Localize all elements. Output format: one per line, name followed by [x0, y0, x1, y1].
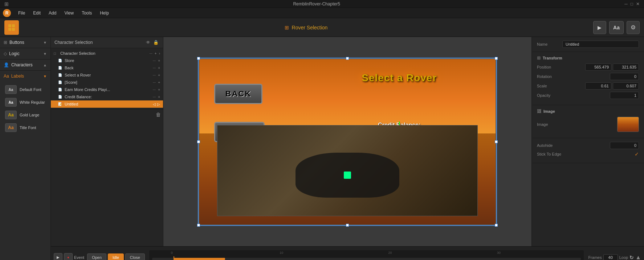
section-buttons-header[interactable]: ⊞ Buttons ▼ — [0, 37, 50, 48]
visibility-icon[interactable]: 👁 — [145, 39, 151, 46]
timeline-track-area[interactable]: 0 10 20 30 — [149, 250, 584, 260]
h-label-untitled: Untitled — [65, 102, 151, 106]
logic-icon: ◇ — [4, 51, 7, 56]
lock-icon[interactable]: 🔒 — [152, 39, 159, 46]
opacity-label: Opacity — [537, 93, 562, 98]
event-tab-open[interactable]: Open — [87, 253, 106, 260]
play-button[interactable]: ▶ — [593, 21, 606, 34]
stick-edge-row: Stick To Edge ✓ — [537, 151, 639, 157]
buttons-label: Buttons — [9, 40, 24, 45]
h-icon-rover: 📄 — [58, 73, 63, 77]
hierarchy-panel: Character Selection 👁 🔒 □ Character Sele… — [51, 37, 163, 246]
grid-layout-btn[interactable] — [4, 20, 19, 35]
maximize-btn[interactable]: □ — [631, 1, 633, 7]
menu-view[interactable]: View — [61, 10, 77, 16]
event-tab-close[interactable]: Close — [125, 253, 145, 260]
delete-item-btn[interactable]: 🗑 — [156, 112, 161, 117]
settings-btn[interactable]: ⚙ — [627, 21, 640, 34]
image-preview[interactable] — [617, 117, 639, 132]
h-label-rover: Select a Rover — [65, 73, 151, 77]
h-add-untitled: ▷ — [157, 102, 160, 106]
h-item-back[interactable]: 📄 Back ··· + — [51, 64, 163, 71]
menu-add[interactable]: Add — [45, 10, 60, 16]
section-characters-header[interactable]: 👤 Characters ▲ — [0, 59, 50, 70]
h-plus-credit: + — [158, 95, 160, 99]
transform-icon: ⊞ — [537, 55, 541, 61]
timeline-record-btn[interactable]: ● — [64, 253, 73, 260]
h-item-earn[interactable]: 📄 Earn More Credits Playi... ··· + — [51, 86, 163, 93]
menu-help[interactable]: Help — [96, 10, 113, 16]
h-dots-credit: ··· — [153, 95, 156, 99]
h-dots-back: ··· — [153, 66, 156, 70]
stick-edge-check[interactable]: ✓ — [635, 151, 639, 157]
transform-label: Transform — [543, 56, 562, 60]
rotation-label: Rotation — [537, 74, 562, 79]
opacity-row: Opacity — [537, 92, 639, 99]
label-item-title[interactable]: Aa Title Font — [1, 121, 49, 134]
scale-row: Scale — [537, 82, 639, 90]
loop-btn[interactable]: ↻ — [629, 255, 634, 260]
left-section-logic: ◇ Logic ▼ — [0, 48, 50, 59]
h-label-earn: Earn More Credits Playi... — [65, 87, 151, 92]
menu-bar: R File Edit Add View Tools Help — [0, 8, 644, 18]
h-item-score[interactable]: 📄 [Score] ··· + — [51, 79, 163, 86]
hierarchy-header: Character Selection 👁 🔒 — [51, 37, 163, 48]
label-name-white: White Regular — [20, 100, 45, 104]
h-plus-back: + — [158, 66, 160, 70]
menu-tools[interactable]: Tools — [78, 10, 95, 16]
image-row: Image — [537, 117, 639, 132]
left-section-buttons: ⊞ Buttons ▼ — [0, 37, 50, 48]
section-logic-header[interactable]: ◇ Logic ▼ — [0, 48, 50, 59]
h-icon-credit: 📄 — [58, 95, 63, 99]
labels-chevron: ▼ — [43, 74, 47, 78]
timeline-play-btn[interactable]: ▶ — [54, 253, 62, 260]
menu-file[interactable]: File — [15, 10, 29, 16]
label-preview-gold: Aa — [5, 111, 17, 119]
logic-label: Logic — [9, 51, 20, 56]
screen-title-icon: ⊞ — [285, 25, 289, 30]
minimize-btn[interactable]: ─ — [624, 1, 628, 7]
event-tab-idle[interactable]: Idle — [108, 253, 124, 260]
left-section-labels: Aa Labels ▼ Aa Default Font Aa White Reg… — [0, 71, 50, 260]
close-btn[interactable]: ✕ — [636, 1, 640, 7]
image-section-header: 🖼 Image — [537, 109, 639, 114]
canvas-back-label: BACK — [225, 89, 252, 98]
section-labels-header[interactable]: Aa Labels ▼ — [0, 71, 50, 82]
position-x-input[interactable] — [585, 63, 611, 71]
h-dots-char: ··· — [149, 51, 152, 55]
h-item-char-sel[interactable]: □ Character Selection ··· + › — [51, 50, 163, 57]
canvas-area: BACK STORE Select a Rover — [163, 37, 531, 246]
h-item-credit[interactable]: 📄 Credit Balance: ··· + — [51, 93, 163, 100]
h-item-untitled[interactable]: 📝 Untitled ◁ ▷ — [51, 100, 163, 108]
label-preview-white: Aa — [5, 98, 17, 107]
font-preview-btn[interactable]: Aa — [609, 21, 624, 34]
label-item-default[interactable]: Aa Default Font — [1, 83, 49, 96]
frames-input[interactable] — [603, 254, 618, 260]
h-item-select-rover[interactable]: 📄 Select a Rover ··· + — [51, 71, 163, 79]
h-plus-score: + — [158, 81, 160, 84]
scale-label: Scale — [537, 84, 562, 88]
autohide-row: Autohide — [537, 142, 639, 149]
position-y-input[interactable] — [613, 63, 639, 71]
label-item-white[interactable]: Aa White Regular — [1, 96, 49, 108]
autohide-input[interactable] — [610, 142, 639, 149]
label-preview-icon: Aa — [9, 88, 13, 92]
app-icon: ⊞ — [4, 1, 9, 7]
name-input[interactable] — [562, 41, 639, 48]
h-plus-store: + — [158, 59, 160, 63]
scale-y-input[interactable] — [613, 82, 639, 90]
h-plus-char: + — [155, 51, 157, 55]
h-item-store[interactable]: 📄 Store ··· + — [51, 57, 163, 64]
rotation-input[interactable] — [610, 73, 639, 80]
timeline-playhead — [174, 256, 174, 260]
scale-x-input[interactable] — [585, 82, 611, 90]
timeline-collapse-btn[interactable]: ▲ — [635, 254, 641, 260]
menu-edit[interactable]: Edit — [29, 10, 44, 16]
canvas-back-btn[interactable]: BACK — [214, 84, 263, 104]
tick-20: 20 — [388, 251, 392, 255]
left-panel: ⊞ Buttons ▼ ◇ Logic ▼ 👤 Characters — [0, 37, 51, 260]
loop-label: Loop — [619, 255, 628, 260]
opacity-input[interactable] — [610, 92, 639, 99]
timeline-bar — [152, 258, 581, 260]
label-item-gold[interactable]: Aa Gold Large — [1, 109, 49, 121]
